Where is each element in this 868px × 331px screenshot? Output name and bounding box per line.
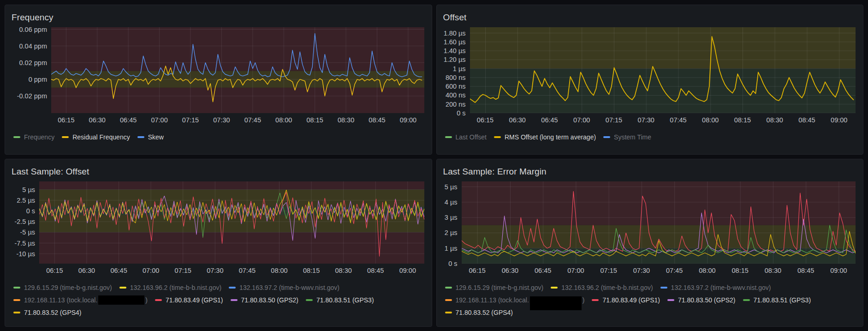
x-axis-label: 09:00 [399, 267, 416, 274]
y-axis-label: 0.02 ppm [19, 59, 47, 67]
x-axis-label: 07:15 [175, 267, 191, 274]
y-axis-label: 1.80 µs [444, 29, 466, 37]
legend-item-system-time[interactable]: System Time [603, 131, 651, 143]
x-axis: 06:1506:3006:4507:0007:1507:3007:4508:00… [39, 267, 424, 277]
x-axis-label: 07:45 [244, 116, 261, 124]
y-axis-label: 0 s [26, 207, 35, 215]
legend-swatch [592, 299, 599, 301]
legend-item-gps2[interactable]: 71.80.83.50 (GPS2) [667, 294, 736, 306]
legend-item-nist-time-b-b[interactable]: 132.163.96.2 (time-b-b.nist.gov) [119, 281, 221, 294]
x-axis-label: 09:00 [400, 116, 416, 124]
x-axis-label: 07:45 [670, 116, 686, 124]
legend: 129.6.15.29 (time-b-g.nist.gov)132.163.9… [445, 281, 856, 319]
legend-swatch [137, 136, 144, 138]
y-axis-label: 1.40 µs [444, 47, 466, 55]
legend-swatch [13, 299, 20, 301]
panel-title: Last Sample: Offset [12, 167, 423, 177]
threshold-band [462, 248, 856, 264]
legend-label: 71.80.83.52 (GPS4) [24, 309, 82, 316]
legend: Last OffsetRMS Offset (long term average… [445, 131, 856, 143]
legend-item-tock-local[interactable]: 192.168.11.13 (tock.local.) [13, 294, 148, 306]
legend-swatch [13, 287, 20, 289]
legend-item-gps3[interactable]: 71.80.83.51 (GPS3) [743, 294, 811, 306]
legend-item-residual-frequency[interactable]: Residual Frequency [62, 131, 130, 143]
x-axis-label: 07:00 [573, 116, 590, 124]
legend-item-nist-time-b-wwv[interactable]: 132.163.97.2 (time-b-wwv.nist.gov) [229, 281, 339, 294]
legend-item-gps2[interactable]: 71.80.83.50 (GPS2) [231, 294, 299, 306]
panel-last-sample-offset: Last Sample: Offset 5 µs2.5 µs0 s-2.5 µs… [5, 159, 432, 327]
legend-item-gps4[interactable]: 71.80.83.52 (GPS4) [13, 306, 82, 319]
legend-item-frequency[interactable]: Frequency [13, 131, 54, 143]
plot-area[interactable] [51, 27, 424, 113]
x-axis-label: 08:15 [303, 267, 320, 274]
legend-swatch [155, 299, 162, 301]
plot-area[interactable] [462, 181, 856, 264]
plot-area[interactable] [39, 181, 424, 264]
legend-label: 129.6.15.29 (time-b-g.nist.gov) [24, 284, 112, 291]
panel-offset: Offset 1.80 µs1.60 µs1.40 µs1.20 µs1 µs8… [436, 5, 864, 155]
y-axis-label: 800 ns [446, 73, 466, 82]
x-axis-label: 07:00 [567, 267, 584, 274]
y-axis-label: 200 ns [446, 100, 466, 108]
y-axis-label: 2 µs [445, 229, 458, 237]
plot-area[interactable] [470, 27, 856, 113]
x-axis-label: 08:45 [798, 116, 815, 124]
legend: 129.6.15.29 (time-b-g.nist.gov)132.163.9… [13, 281, 424, 319]
panel-header[interactable]: Last Sample: Offset [10, 163, 424, 181]
panel-header[interactable]: Last Sample: Error Margin [441, 163, 856, 181]
panel-header[interactable]: Frequency [10, 9, 424, 27]
legend-item-gps3[interactable]: 71.80.83.51 (GPS3) [306, 294, 374, 306]
legend-item-last-offset[interactable]: Last Offset [445, 131, 487, 143]
panel-header[interactable]: Offset [441, 9, 856, 27]
y-axis-label: 1.60 µs [444, 38, 466, 46]
legend-item-tock-local[interactable]: 192.168.11.13 (tock.local.) [445, 294, 585, 306]
legend-label: Residual Frequency [72, 133, 130, 141]
legend-item-gps4[interactable]: 71.80.83.52 (GPS4) [445, 306, 513, 319]
legend-item-nist-time-b-g[interactable]: 129.6.15.29 (time-b-g.nist.gov) [13, 281, 112, 294]
threshold-band [462, 225, 856, 248]
legend-label: 132.163.97.2 (time-b-wwv.nist.gov) [239, 284, 339, 291]
panel-title: Offset [443, 12, 855, 23]
threshold-band [51, 88, 424, 113]
legend-label: 71.80.83.52 (GPS4) [456, 309, 513, 316]
legend-item-gps1[interactable]: 71.80.83.49 (GPS1) [155, 294, 223, 306]
legend-item-nist-time-b-g[interactable]: 129.6.15.29 (time-b-g.nist.gov) [445, 281, 544, 294]
x-axis-label: 09:00 [831, 116, 847, 124]
legend-item-rms-offset[interactable]: RMS Offset (long term average) [494, 131, 596, 143]
y-axis-label: 5 µs [445, 183, 458, 191]
legend-swatch [660, 287, 667, 289]
legend-label: 132.163.96.2 (time-b-b.nist.gov) [561, 284, 653, 291]
x-axis-label: 07:30 [638, 116, 654, 124]
legend-swatch [13, 136, 20, 138]
y-axis: 5 µs4 µs3 µs2 µs1 µs0 s [441, 181, 462, 264]
legend-swatch [551, 287, 558, 289]
x-axis-label: 06:15 [477, 116, 493, 124]
x-axis-label: 08:00 [699, 267, 715, 274]
x-axis-label: 07:45 [666, 267, 683, 274]
legend-item-skew[interactable]: Skew [137, 131, 164, 143]
chart-svg [39, 181, 424, 264]
x-axis-label: 08:45 [369, 116, 385, 124]
x-axis-label: 06:30 [78, 267, 95, 274]
x-axis-label: 07:30 [633, 267, 650, 274]
threshold-band [470, 27, 856, 69]
y-axis-label: 3 µs [445, 213, 458, 222]
legend-item-nist-time-b-b[interactable]: 132.163.96.2 (time-b-b.nist.gov) [551, 281, 653, 294]
legend-item-gps1[interactable]: 71.80.83.49 (GPS1) [592, 294, 660, 306]
panel-last-sample-error-margin: Last Sample: Error Margin 5 µs4 µs3 µs2 … [436, 159, 864, 327]
legend-label: 71.80.83.50 (GPS2) [241, 296, 299, 304]
y-axis-label: 1 µs [453, 65, 466, 73]
legend-item-nist-time-b-wwv[interactable]: 132.163.97.2 (time-b-wwv.nist.gov) [660, 281, 771, 294]
legend-swatch [445, 299, 452, 301]
dashboard: Frequency 0.06 ppm0.04 ppm0.02 ppm0 ppm-… [0, 0, 868, 331]
x-axis-label: 07:15 [182, 116, 199, 124]
y-axis-label: -2.5 µs [14, 217, 35, 226]
x-axis-label: 06:15 [469, 267, 486, 274]
x-axis-label: 06:45 [535, 267, 551, 274]
x-axis-label: 07:30 [213, 116, 230, 124]
x-axis-label: 07:15 [600, 267, 617, 274]
x-axis-label: 06:30 [502, 267, 518, 274]
legend-label-suffix: ) [145, 296, 148, 304]
x-axis-label: 06:15 [58, 116, 74, 124]
x-axis-label: 08:30 [335, 267, 351, 274]
